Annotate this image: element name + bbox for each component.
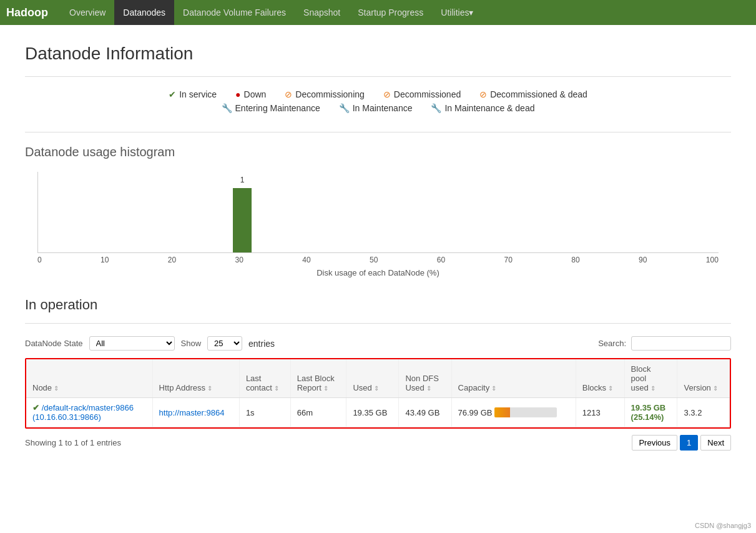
in-maintenance-icon: 🔧 [339, 103, 350, 113]
status-in-service: ✔ In service [169, 89, 217, 99]
x-axis-labels: 0 10 20 30 40 50 60 70 80 90 100 [37, 256, 719, 264]
showing-text: Showing 1 to 1 of 1 entries [25, 438, 121, 447]
nav-startup-progress[interactable]: Startup Progress [349, 0, 432, 25]
page-1-button[interactable]: 1 [680, 435, 698, 451]
status-row-2: 🔧 Entering Maintenance 🔧 In Maintenance … [222, 103, 535, 113]
status-decommissioned: ⊘ Decommissioned [383, 89, 461, 99]
table-header-row: Node⇕ Http Address⇕ Lastcontact⇕ Last Bl… [26, 359, 730, 398]
http-address-link[interactable]: http://master:9864 [159, 408, 225, 417]
show-label: Show [181, 339, 202, 348]
decommissioned-dead-icon: ⊘ [479, 89, 487, 99]
pool-used-value: 19.35 GB(25.14%) [631, 403, 666, 422]
in-maintenance-dead-icon: 🔧 [431, 103, 441, 113]
table-wrapper: Node⇕ Http Address⇕ Lastcontact⇕ Last Bl… [25, 358, 731, 429]
nav-datanodes[interactable]: Datanodes [114, 0, 174, 25]
in-service-icon: ✔ [169, 89, 176, 99]
sort-icon-contact: ⇕ [274, 385, 279, 392]
histogram-container: 1 0 10 20 30 40 50 60 70 80 90 100 Disk … [25, 172, 731, 272]
divider-1 [25, 76, 731, 77]
col-capacity: Capacity⇕ [451, 359, 576, 398]
capacity-bar-fill [494, 407, 510, 417]
status-legend: ✔ In service ● Down ⊘ Decommissioning ⊘ … [25, 89, 731, 113]
navbar-brand: Hadoop [6, 6, 48, 19]
pagination-controls: Previous 1 Next [632, 435, 731, 451]
sort-icon-version: ⇕ [713, 385, 718, 392]
cell-last-contact: 1s [239, 398, 290, 427]
operation-title: In operation [25, 297, 731, 313]
pagination-area: Showing 1 to 1 of 1 entries Previous 1 N… [25, 435, 731, 451]
cell-blocks: 1213 [576, 398, 624, 427]
histogram-title: Datanode usage histogram [25, 145, 731, 159]
in-maintenance-dead-label: In Maintenance & dead [444, 103, 534, 113]
sort-icon-http: ⇕ [207, 385, 212, 392]
col-blocks: Blocks⇕ [576, 359, 624, 398]
sort-icon-non-dfs: ⇕ [426, 385, 431, 392]
entering-maintenance-icon: 🔧 [222, 103, 232, 113]
cell-http-address: http://master:9864 [152, 398, 239, 427]
table-controls: DataNode State All In Service Decommissi… [25, 336, 731, 351]
status-row-1: ✔ In service ● Down ⊘ Decommissioning ⊘ … [169, 89, 587, 99]
status-in-maintenance: 🔧 In Maintenance [339, 103, 413, 113]
previous-button[interactable]: Previous [632, 435, 677, 451]
cell-used: 19.35 GB [346, 398, 399, 427]
nav-datanode-volume-failures[interactable]: Datanode Volume Failures [174, 0, 295, 25]
search-section: Search: [598, 336, 731, 351]
state-select[interactable]: All In Service Decommissioning Decommiss… [89, 336, 175, 351]
in-maintenance-label: In Maintenance [353, 103, 413, 113]
decommissioning-icon: ⊘ [285, 89, 292, 99]
capacity-bar-outer [494, 407, 557, 417]
down-icon: ● [235, 89, 240, 99]
capacity-bar-container: 76.99 GB [458, 407, 569, 417]
status-decommissioned-dead: ⊘ Decommissioned & dead [479, 89, 587, 99]
cell-capacity: 76.99 GB [451, 398, 576, 427]
histogram-chart: 1 [37, 172, 719, 253]
divider-3 [25, 323, 731, 324]
status-down: ● Down [235, 89, 266, 99]
status-in-maintenance-dead: 🔧 In Maintenance & dead [431, 103, 534, 113]
decommissioned-icon: ⊘ [383, 89, 391, 99]
col-version: Version⇕ [677, 359, 730, 398]
col-used: Used⇕ [346, 359, 399, 398]
status-decommissioning: ⊘ Decommissioning [285, 89, 364, 99]
nav-snapshot[interactable]: Snapshot [295, 0, 349, 25]
next-button[interactable]: Next [700, 435, 731, 451]
state-label: DataNode State [25, 339, 83, 348]
decommissioning-label: Decommissioning [295, 89, 364, 99]
nav-utilities[interactable]: Utilities [432, 0, 482, 25]
cell-last-block-report: 66m [290, 398, 346, 427]
col-last-contact: Lastcontact⇕ [239, 359, 290, 398]
status-entering-maintenance: 🔧 Entering Maintenance [222, 103, 320, 113]
cell-node: ✔ /default-rack/master:9866(10.16.60.31:… [26, 398, 152, 427]
col-node: Node⇕ [26, 359, 152, 398]
sort-icon-used: ⇕ [374, 385, 379, 392]
in-service-label: In service [179, 89, 217, 99]
sort-icon-capacity: ⇕ [491, 385, 496, 392]
cell-block-pool-used: 19.35 GB(25.14%) [624, 398, 677, 427]
col-http-address: Http Address⇕ [152, 359, 239, 398]
col-last-block-report: Last BlockReport⇕ [290, 359, 346, 398]
show-select[interactable]: 10 25 50 100 [207, 336, 242, 351]
sort-icon-node: ⇕ [54, 385, 59, 392]
search-label: Search: [598, 339, 626, 348]
nav-overview[interactable]: Overview [61, 0, 114, 25]
capacity-value: 76.99 GB [458, 408, 493, 417]
search-input[interactable] [631, 336, 731, 351]
node-status-icon: ✔ [32, 403, 39, 412]
navbar: Hadoop Overview Datanodes Datanode Volum… [0, 0, 756, 25]
col-block-pool-used: Blockpoolused⇕ [624, 359, 677, 398]
histogram-bar-30: 1 [233, 188, 252, 252]
main-content: Datanode Information ✔ In service ● Down… [0, 25, 756, 469]
col-non-dfs-used: Non DFSUsed⇕ [399, 359, 451, 398]
datanodes-table: Node⇕ Http Address⇕ Lastcontact⇕ Last Bl… [26, 359, 730, 427]
entries-label: entries [248, 339, 275, 349]
node-link[interactable]: /default-rack/master:9866(10.16.60.31:98… [32, 403, 134, 422]
cell-non-dfs-used: 43.49 GB [399, 398, 451, 427]
bar-value-label: 1 [233, 176, 252, 184]
entering-maintenance-label: Entering Maintenance [235, 103, 320, 113]
page-title: Datanode Information [25, 44, 731, 64]
sort-icon-block-report: ⇕ [323, 385, 328, 392]
sort-icon-pool: ⇕ [650, 385, 655, 392]
divider-2 [25, 132, 731, 132]
x-axis-title: Disk usage of each DataNode (%) [25, 268, 731, 277]
decommissioned-label: Decommissioned [394, 89, 461, 99]
